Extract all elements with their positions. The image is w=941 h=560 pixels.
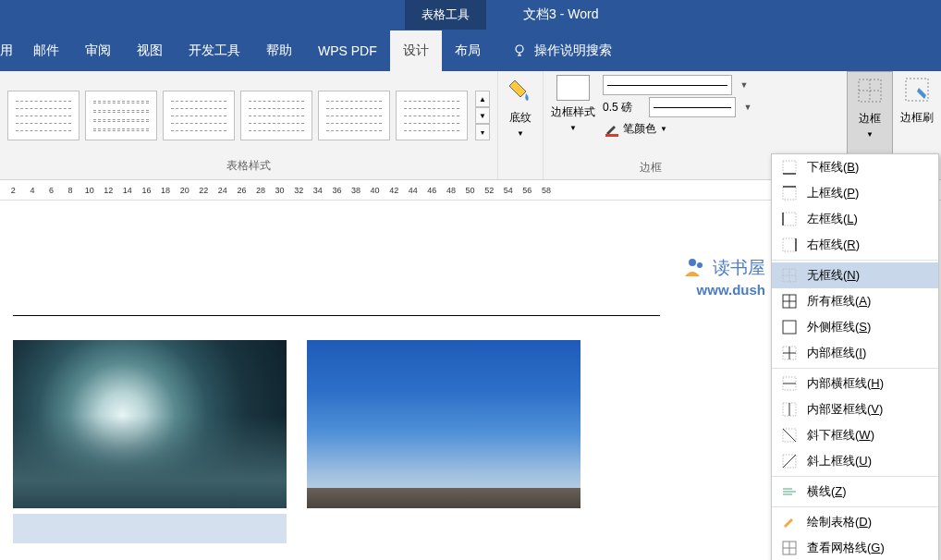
styles-expand[interactable]: ▾ <box>475 124 490 140</box>
ruler-tick: 44 <box>403 186 422 195</box>
border-menu-label: 内部横框线(H) <box>807 375 884 392</box>
tab-developer[interactable]: 开发工具 <box>176 30 253 71</box>
border-menu-item[interactable]: 斜下框线(W) <box>772 422 938 448</box>
borders-icon <box>855 76 885 105</box>
shading-button[interactable]: 底纹 ▼ <box>498 71 544 179</box>
border-menu-item[interactable]: 上框线(P) <box>772 180 938 206</box>
border-type-icon <box>781 514 798 530</box>
pen-color-button[interactable]: 笔颜色 ▼ <box>603 119 756 139</box>
table-style-4[interactable] <box>240 91 312 140</box>
ruler-tick: 16 <box>137 186 156 195</box>
border-menu-item[interactable]: 内部竖框线(V) <box>772 396 938 422</box>
table-style-3[interactable] <box>163 91 235 140</box>
border-styles-button[interactable]: 边框样式 ▼ <box>544 71 603 179</box>
ruler-tick: 32 <box>289 186 309 195</box>
border-type-icon <box>781 159 798 176</box>
border-type-icon <box>781 211 798 227</box>
styles-scroll-up[interactable]: ▲ <box>475 91 490 107</box>
ruler-tick: 28 <box>251 186 271 195</box>
border-type-icon <box>781 319 798 335</box>
tab-view[interactable]: 视图 <box>124 30 176 71</box>
ruler-tick: 2 <box>4 186 23 195</box>
border-menu-item[interactable]: 斜上框线(U) <box>772 448 938 474</box>
watermark: 读书屋 www.dush <box>683 256 765 298</box>
ribbon-tabs: 用 邮件 审阅 视图 开发工具 帮助 WPS PDF 设计 布局 操作说明搜索 <box>0 30 941 71</box>
border-type-icon <box>781 401 798 418</box>
border-menu-item[interactable]: 查看网格线(G) <box>772 535 938 560</box>
border-type-icon <box>781 267 798 284</box>
border-menu-item[interactable]: 所有框线(A) <box>772 288 938 314</box>
border-menu-item[interactable]: 绘制表格(D) <box>772 509 938 535</box>
svg-rect-16 <box>783 238 796 251</box>
border-menu-item[interactable]: 内部横框线(H) <box>772 371 938 396</box>
svg-rect-24 <box>783 321 796 334</box>
border-menu-label: 外侧框线(S) <box>807 319 871 335</box>
ruler-tick: 34 <box>309 186 328 195</box>
ruler-tick: 52 <box>480 186 499 195</box>
ruler-tick: 36 <box>327 186 347 195</box>
tab-wps-pdf[interactable]: WPS PDF <box>305 31 390 70</box>
border-menu-label: 查看网格线(G) <box>807 540 885 556</box>
borders-button-label: 边框 <box>859 111 881 127</box>
tell-me-search[interactable]: 操作说明搜索 <box>512 43 612 59</box>
table-style-6[interactable] <box>396 91 468 140</box>
table-style-2[interactable] <box>85 91 157 140</box>
border-type-icon <box>781 237 798 253</box>
image-clouds-dark[interactable] <box>13 340 287 508</box>
selected-cell[interactable] <box>13 514 287 543</box>
border-type-icon <box>781 375 798 392</box>
chevron-down-icon[interactable]: ▼ <box>739 103 756 112</box>
ruler-tick: 12 <box>99 186 118 195</box>
group-label-borders: 边框 <box>638 158 664 177</box>
painter-icon <box>902 75 932 104</box>
border-menu-label: 右框线(R) <box>807 237 860 253</box>
ruler-tick: 10 <box>79 186 99 195</box>
chevron-down-icon[interactable]: ▼ <box>736 80 752 90</box>
border-menu-item[interactable]: 右框线(R) <box>772 232 938 258</box>
group-label-table-styles: 表格样式 <box>225 156 273 176</box>
tab-references-cut[interactable]: 用 <box>0 30 20 71</box>
table-style-1[interactable] <box>7 91 79 140</box>
image-sky-blue[interactable] <box>307 340 580 508</box>
border-menu-label: 上框线(P) <box>807 185 859 201</box>
border-menu-item[interactable]: 横线(Z) <box>772 479 938 505</box>
border-menu-label: 内部竖框线(V) <box>807 401 883 418</box>
border-styles-label: 边框样式 <box>551 104 595 120</box>
ruler-tick: 58 <box>537 186 556 195</box>
svg-line-35 <box>783 455 796 468</box>
tab-layout[interactable]: 布局 <box>442 30 494 71</box>
tab-help[interactable]: 帮助 <box>253 30 305 71</box>
tab-mail[interactable]: 邮件 <box>20 30 72 71</box>
svg-rect-10 <box>783 161 796 174</box>
border-menu-label: 所有框线(A) <box>807 293 871 310</box>
border-painter-label: 边框刷 <box>900 110 934 126</box>
border-style-preview <box>556 75 590 101</box>
ruler-tick: 40 <box>365 186 385 195</box>
border-menu-item[interactable]: 外侧框线(S) <box>772 314 938 340</box>
svg-point-0 <box>516 45 523 53</box>
line-weight-label: 0.5 磅 <box>603 100 645 116</box>
border-menu-item[interactable]: 下框线(B) <box>772 154 938 180</box>
ruler-tick: 38 <box>347 186 366 195</box>
ruler-tick: 50 <box>460 186 480 195</box>
border-menu-item[interactable]: 左框线(L) <box>772 206 938 232</box>
tab-review[interactable]: 审阅 <box>72 30 124 71</box>
page-content <box>13 315 660 543</box>
tab-design[interactable]: 设计 <box>390 30 442 71</box>
border-type-icon <box>781 293 798 310</box>
border-type-icon <box>781 427 798 444</box>
ruler-tick: 46 <box>422 186 442 195</box>
ruler-tick: 4 <box>23 186 43 195</box>
styles-scroll-down[interactable]: ▼ <box>475 107 490 124</box>
pen-color-label: 笔颜色 <box>623 121 656 137</box>
watermark-name: 读书屋 <box>713 256 765 280</box>
ruler-tick: 54 <box>498 186 518 195</box>
pen-icon <box>605 122 619 137</box>
border-menu-item[interactable]: 无框线(N) <box>772 262 938 288</box>
table-style-5[interactable] <box>318 91 390 140</box>
line-style-select[interactable] <box>603 75 732 95</box>
ruler-tick: 30 <box>270 186 289 195</box>
ruler-tick: 56 <box>518 186 537 195</box>
border-menu-item[interactable]: 内部框线(I) <box>772 340 938 366</box>
line-weight-select[interactable] <box>649 97 736 117</box>
